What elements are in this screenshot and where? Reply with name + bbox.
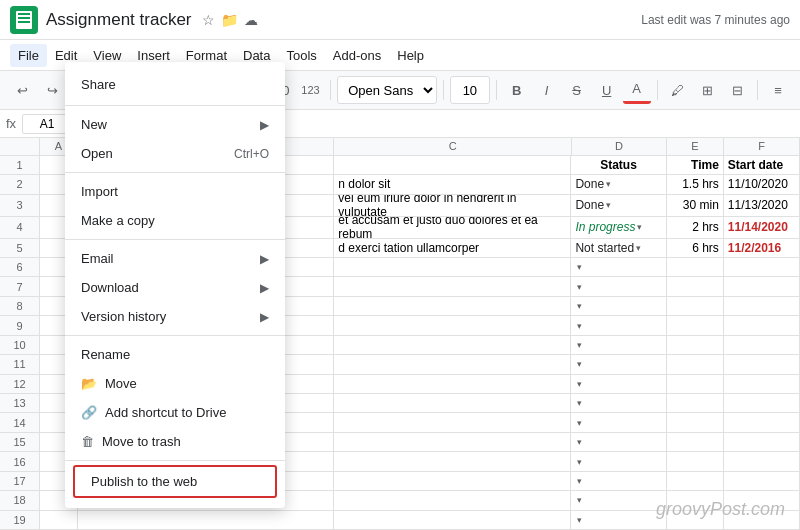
- cell-e13[interactable]: [667, 394, 724, 412]
- cell-d1[interactable]: Status: [571, 156, 666, 174]
- cell-c14[interactable]: [334, 413, 571, 431]
- cell-e5[interactable]: 6 hrs: [667, 239, 724, 257]
- cell-d3[interactable]: Done ▾: [571, 195, 666, 216]
- cell-c15[interactable]: [334, 433, 571, 451]
- cell-c19[interactable]: [334, 511, 571, 529]
- cell-f7[interactable]: [724, 277, 800, 295]
- cell-c18[interactable]: [334, 491, 571, 509]
- cell-b19[interactable]: [78, 511, 334, 529]
- cell-f4[interactable]: 11/14/2020: [724, 217, 800, 238]
- cell-e10[interactable]: [667, 336, 724, 354]
- bold-button[interactable]: B: [503, 76, 531, 104]
- status-dropdown-2[interactable]: ▾: [606, 179, 611, 189]
- cell-c8[interactable]: [334, 297, 571, 315]
- cell-f8[interactable]: [724, 297, 800, 315]
- cell-f3[interactable]: 11/13/2020: [724, 195, 800, 216]
- cell-e16[interactable]: [667, 452, 724, 470]
- cell-e14[interactable]: [667, 413, 724, 431]
- cell-d17[interactable]: ▾: [571, 472, 666, 490]
- cell-f9[interactable]: [724, 316, 800, 334]
- menu-rename[interactable]: Rename: [65, 340, 285, 369]
- cell-f14[interactable]: [724, 413, 800, 431]
- cell-d15[interactable]: ▾: [571, 433, 666, 451]
- cell-d2[interactable]: Done ▾: [571, 175, 666, 193]
- cell-e12[interactable]: [667, 375, 724, 393]
- status-dropdown-4[interactable]: ▾: [637, 222, 642, 232]
- cell-e15[interactable]: [667, 433, 724, 451]
- cell-c1[interactable]: [334, 156, 571, 174]
- cell-e2[interactable]: 1.5 hrs: [667, 175, 724, 193]
- cell-a19[interactable]: [40, 511, 78, 529]
- menu-file[interactable]: File: [10, 44, 47, 67]
- menu-publish-to-web[interactable]: Publish to the web: [75, 467, 275, 496]
- menu-open[interactable]: Open Ctrl+O: [65, 139, 285, 168]
- cell-c2[interactable]: n dolor sit: [334, 175, 571, 193]
- text-color-button[interactable]: A: [623, 76, 651, 104]
- cell-d8[interactable]: ▾: [571, 297, 666, 315]
- cell-f5[interactable]: 11/2/2016: [724, 239, 800, 257]
- menu-make-copy[interactable]: Make a copy: [65, 206, 285, 235]
- cell-e3[interactable]: 30 min: [667, 195, 724, 216]
- cell-e1[interactable]: Time: [667, 156, 724, 174]
- cell-d14[interactable]: ▾: [571, 413, 666, 431]
- cell-f2[interactable]: 11/10/2020: [724, 175, 800, 193]
- cell-e9[interactable]: [667, 316, 724, 334]
- cell-c11[interactable]: [334, 355, 571, 373]
- cell-f6[interactable]: [724, 258, 800, 276]
- document-title[interactable]: Assignment tracker: [46, 10, 192, 30]
- font-select[interactable]: Open Sans: [337, 76, 437, 104]
- strikethrough-button[interactable]: S: [563, 76, 591, 104]
- menu-help[interactable]: Help: [389, 44, 432, 67]
- cell-c7[interactable]: [334, 277, 571, 295]
- cell-f10[interactable]: [724, 336, 800, 354]
- cell-f12[interactable]: [724, 375, 800, 393]
- cell-d11[interactable]: ▾: [571, 355, 666, 373]
- star-icon[interactable]: ☆: [202, 12, 215, 28]
- cell-d6[interactable]: ▾: [571, 258, 666, 276]
- cell-c4[interactable]: et accusam et justo duo dolores et ea re…: [334, 217, 571, 238]
- format-123-button[interactable]: 123: [296, 76, 324, 104]
- menu-version-history[interactable]: Version history ▶: [65, 302, 285, 331]
- cell-d4[interactable]: In progress ▾: [571, 217, 666, 238]
- fill-color-button[interactable]: 🖊: [663, 76, 691, 104]
- col-header-f[interactable]: F: [724, 138, 800, 155]
- font-size-input[interactable]: [450, 76, 490, 104]
- cell-d12[interactable]: ▾: [571, 375, 666, 393]
- cell-c10[interactable]: [334, 336, 571, 354]
- cloud-icon[interactable]: ☁: [244, 12, 258, 28]
- cell-c17[interactable]: [334, 472, 571, 490]
- cell-d13[interactable]: ▾: [571, 394, 666, 412]
- cell-e7[interactable]: [667, 277, 724, 295]
- menu-tools[interactable]: Tools: [278, 44, 324, 67]
- cell-f13[interactable]: [724, 394, 800, 412]
- cell-f16[interactable]: [724, 452, 800, 470]
- cell-f15[interactable]: [724, 433, 800, 451]
- italic-button[interactable]: I: [533, 76, 561, 104]
- cell-d7[interactable]: ▾: [571, 277, 666, 295]
- undo-button[interactable]: ↩: [8, 76, 36, 104]
- cell-c5[interactable]: d exerci tation ullamcorper: [334, 239, 571, 257]
- cell-d16[interactable]: ▾: [571, 452, 666, 470]
- cell-e11[interactable]: [667, 355, 724, 373]
- col-header-c[interactable]: C: [334, 138, 571, 155]
- status-dropdown-5[interactable]: ▾: [636, 243, 641, 253]
- col-header-d[interactable]: D: [572, 138, 667, 155]
- menu-add-shortcut[interactable]: 🔗 Add shortcut to Drive: [65, 398, 285, 427]
- cell-d10[interactable]: ▾: [571, 336, 666, 354]
- col-header-e[interactable]: E: [667, 138, 724, 155]
- cell-d18[interactable]: ▾: [571, 491, 666, 509]
- cell-e6[interactable]: [667, 258, 724, 276]
- folder-icon[interactable]: 📁: [221, 12, 238, 28]
- cell-e17[interactable]: [667, 472, 724, 490]
- status-dropdown-3[interactable]: ▾: [606, 200, 611, 210]
- cell-f17[interactable]: [724, 472, 800, 490]
- underline-button[interactable]: U: [593, 76, 621, 104]
- menu-move-to-trash[interactable]: 🗑 Move to trash: [65, 427, 285, 456]
- cell-e4[interactable]: 2 hrs: [667, 217, 724, 238]
- cell-c9[interactable]: [334, 316, 571, 334]
- menu-new[interactable]: New ▶: [65, 110, 285, 139]
- cell-f11[interactable]: [724, 355, 800, 373]
- cell-c13[interactable]: [334, 394, 571, 412]
- cell-d9[interactable]: ▾: [571, 316, 666, 334]
- borders-button[interactable]: ⊞: [693, 76, 721, 104]
